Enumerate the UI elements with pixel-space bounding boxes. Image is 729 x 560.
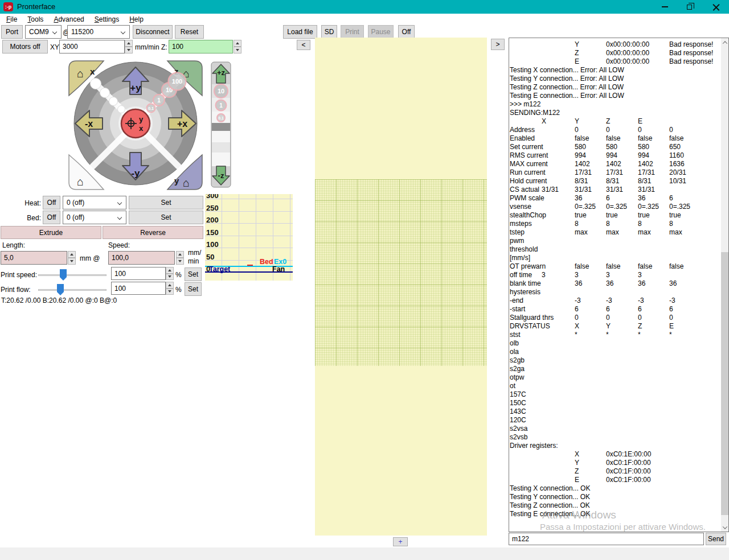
- step-down[interactable]: [166, 289, 174, 295]
- scroll-up-button[interactable]: [721, 38, 728, 47]
- menu-settings[interactable]: Settings: [89, 14, 124, 24]
- bed-temp-select[interactable]: 0 (off): [63, 211, 126, 224]
- minimize-button[interactable]: [655, 0, 674, 14]
- reset-button[interactable]: Reset: [175, 25, 204, 39]
- z-jog-column[interactable]: +z 10 1 0.1 -z: [211, 61, 231, 188]
- log-line: PWM scale366366: [509, 194, 721, 203]
- baud-select[interactable]: 115200: [67, 25, 130, 39]
- log-line: off time3333: [509, 271, 721, 279]
- log-line: s2ga: [509, 365, 721, 373]
- jog-distance-label: 1: [157, 97, 161, 104]
- log-line: MAX current1402140214021636: [509, 160, 721, 168]
- minimize-icon: [662, 6, 668, 7]
- step-up[interactable]: [166, 267, 174, 274]
- port-button[interactable]: Port: [1, 25, 23, 39]
- off-button[interactable]: Off: [398, 25, 415, 39]
- z-feed-label: mm/min Z:: [135, 43, 167, 51]
- extrude-button[interactable]: Extrude: [1, 226, 101, 239]
- bed-off-button[interactable]: Off: [43, 211, 60, 224]
- z-band[interactable]: [212, 131, 230, 142]
- log-panel[interactable]: Y0x00:00:00:00Bad response!Z0x00:00:00:0…: [509, 38, 729, 532]
- log-line: Driver registers:: [509, 442, 721, 450]
- collapse-right-button[interactable]: >: [491, 39, 505, 50]
- log-line: Stallguard thrs0000: [509, 314, 721, 322]
- menu-help[interactable]: Help: [124, 14, 149, 24]
- z-feed-input[interactable]: [169, 40, 233, 53]
- port-select[interactable]: COM9: [25, 25, 62, 39]
- heat-set-button[interactable]: Set: [129, 196, 203, 209]
- speed-stepper[interactable]: [176, 251, 184, 265]
- chevron-down-icon: [722, 524, 727, 529]
- step-down[interactable]: [125, 47, 133, 53]
- menu-advanced[interactable]: Advanced: [48, 14, 89, 24]
- step-up[interactable]: [166, 282, 174, 289]
- log-line: vsense0=.3250=.3250=.3250=.325: [509, 203, 721, 211]
- print-speed-value-input[interactable]: [111, 267, 166, 280]
- extrude-length-input[interactable]: [1, 251, 67, 265]
- viewer-zoom-button[interactable]: +: [393, 537, 408, 546]
- jog-pad[interactable]: ⌂ x z ⌂ ⌂ y ⌂ 0.1 1 10 100 +y -y -x +x y…: [67, 59, 204, 191]
- z-band[interactable]: [212, 153, 230, 166]
- step-down[interactable]: [176, 258, 184, 265]
- xy-feed-input[interactable]: [59, 40, 125, 53]
- heat-temp-select[interactable]: 0 (off): [63, 196, 126, 209]
- step-up[interactable]: [176, 251, 184, 258]
- step-up[interactable]: [234, 40, 241, 47]
- percent-label: %: [175, 286, 182, 294]
- log-line: otpw: [509, 373, 721, 382]
- log-line: pwm: [509, 237, 721, 245]
- print-speed-label: Print speed:: [1, 271, 37, 279]
- z-band[interactable]: [212, 123, 230, 131]
- restore-button[interactable]: [679, 0, 699, 14]
- menu-tools[interactable]: Tools: [22, 14, 48, 24]
- xy-feed-stepper[interactable]: [125, 40, 133, 53]
- scrollbar-thumb[interactable]: [721, 252, 728, 515]
- log-line: blank time36363636: [509, 279, 721, 288]
- print-speed-stepper[interactable]: [166, 267, 174, 280]
- close-button[interactable]: [706, 0, 726, 14]
- step-up[interactable]: [68, 251, 76, 258]
- print-flow-slider-track[interactable]: [38, 289, 107, 291]
- print-flow-value-input[interactable]: [111, 282, 166, 295]
- stripe-bead: [100, 88, 110, 98]
- z-feed-stepper[interactable]: [234, 40, 241, 53]
- sd-button[interactable]: SD: [321, 25, 337, 39]
- z-distance-label: 1: [219, 102, 223, 109]
- minus-z-label: -z: [218, 171, 224, 180]
- print-speed-set-button[interactable]: Set: [185, 267, 202, 281]
- disconnect-button[interactable]: Disconnect: [133, 25, 173, 39]
- extrude-speed-input[interactable]: [108, 251, 175, 265]
- scroll-down-button[interactable]: [721, 523, 728, 532]
- collapse-left-button[interactable]: <: [297, 40, 310, 50]
- print-flow-set-button[interactable]: Set: [185, 282, 202, 296]
- plus-y-label: +y: [130, 83, 141, 93]
- log-line: Y0xC0:1F:00:00: [509, 459, 721, 467]
- log-line: Testing X connection... OK: [509, 484, 721, 493]
- print-speed-slider-thumb[interactable]: [60, 269, 67, 281]
- step-up[interactable]: [125, 40, 133, 47]
- heat-off-button[interactable]: Off: [43, 196, 60, 209]
- temp-graph: Bed Ex0 Target Fan 300250200150100500: [205, 194, 293, 281]
- menu-file[interactable]: File: [1, 14, 22, 24]
- length-stepper[interactable]: [68, 251, 76, 265]
- print-flow-slider-thumb[interactable]: [57, 284, 64, 295]
- bed-set-button[interactable]: Set: [129, 211, 203, 224]
- step-down[interactable]: [234, 47, 241, 53]
- z-band[interactable]: [212, 142, 230, 153]
- print-flow-stepper[interactable]: [166, 282, 174, 295]
- minus-y-label: -y: [131, 168, 140, 179]
- step-down[interactable]: [68, 258, 76, 265]
- send-button[interactable]: Send: [706, 533, 726, 545]
- log-scrollbar[interactable]: [721, 38, 728, 532]
- gcode-command-input[interactable]: [509, 533, 704, 545]
- center-x-label: x: [139, 124, 144, 133]
- log-line: ot: [509, 382, 721, 390]
- motors-off-button[interactable]: Motors off: [2, 40, 48, 53]
- reverse-button[interactable]: Reverse: [103, 226, 203, 239]
- bed-temp-value: 0 (off): [67, 213, 84, 221]
- step-down[interactable]: [166, 274, 174, 281]
- unit-min-label: min: [188, 257, 199, 265]
- load-file-button[interactable]: Load file: [283, 25, 317, 39]
- gcode-viewer[interactable]: [315, 38, 487, 536]
- print-speed-slider-track[interactable]: [38, 274, 107, 276]
